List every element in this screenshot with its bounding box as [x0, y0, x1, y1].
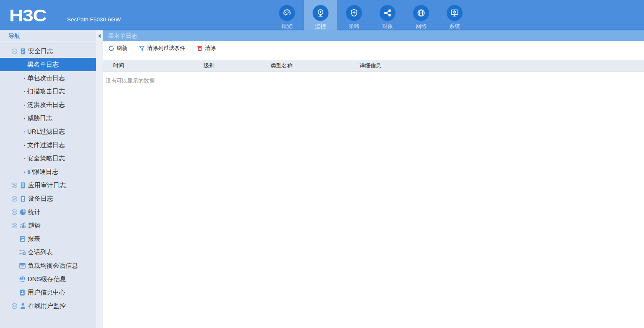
sidebar-item-label: 设备日志: [28, 195, 53, 203]
audit-log-icon: [19, 182, 26, 189]
tab-policy[interactable]: 策略: [337, 0, 371, 30]
tab-label: 对象: [382, 23, 393, 30]
sidebar-title: 导航: [0, 30, 96, 41]
clear-column-filters-button[interactable]: 清除列过滤条件: [137, 44, 187, 52]
sidebar: 导航 安全日志 · 黑名单日志: [0, 30, 96, 328]
tab-monitor[interactable]: 监控: [304, 0, 337, 30]
top-banner: H3C SecPath F5030-6GW 概览: [0, 0, 644, 30]
tab-label: 概览: [282, 23, 292, 30]
sidebar-item-label: 单包攻击日志: [27, 74, 65, 82]
sidebar-item-blacklist-log[interactable]: · 黑名单日志: [0, 58, 96, 71]
sidebar-item-label: IP限速日志: [27, 168, 58, 176]
refresh-button[interactable]: 刷新: [106, 44, 129, 52]
collapse-left-icon[interactable]: [98, 34, 101, 38]
refresh-icon: [108, 45, 114, 52]
share-nodes-icon: [380, 5, 396, 21]
tab-network[interactable]: 网络: [404, 0, 438, 30]
bullet-icon: ·: [23, 168, 27, 176]
sidebar-item-label: 负载均衡会话信息: [28, 262, 78, 270]
sidebar-item-label: 安全日志: [28, 47, 53, 55]
chevron-down-circle-icon[interactable]: [11, 48, 18, 54]
sidebar-item-threat-log[interactable]: · 威胁日志: [0, 111, 96, 125]
column-header-type-name[interactable]: 类型名称: [261, 62, 349, 70]
globe-icon: [413, 5, 429, 21]
load-balance-icon: [19, 262, 26, 269]
sidebar-collapse-strip[interactable]: [96, 30, 103, 328]
sidebar-item-label: 会话列表: [28, 248, 53, 256]
sidebar-item-security-policy-log[interactable]: · 安全策略日志: [0, 152, 96, 165]
sidebar-item-label: 趋势: [28, 222, 41, 230]
chevrons-right-circle-icon[interactable]: [11, 182, 18, 189]
clear-button[interactable]: 清除: [195, 44, 217, 52]
bullet-icon: ·: [23, 115, 27, 122]
sidebar-item-file-filter-log[interactable]: · 文件过滤日志: [0, 138, 96, 152]
sidebar-item-session-list[interactable]: 会话列表: [0, 245, 96, 259]
chevrons-right-circle-icon[interactable]: [11, 209, 18, 215]
toolbar: 刷新 清除列过滤条件: [103, 41, 644, 55]
toolbar-separator: [191, 45, 191, 51]
sidebar-item-label: 报表: [28, 235, 40, 243]
tab-label: 策略: [349, 23, 360, 30]
main-content: 黑名单日志 刷新 清除列过滤条件: [103, 30, 644, 328]
breadcrumb: 黑名单日志: [103, 30, 644, 41]
tab-label: 网络: [416, 23, 427, 30]
sidebar-item-load-balance-session-info[interactable]: 负载均衡会话信息: [0, 259, 96, 272]
user-info-icon: [19, 289, 26, 296]
sidebar-item-label: 安全策略日志: [27, 155, 65, 163]
sidebar-item-label: DNS缓存信息: [28, 275, 66, 283]
nav-tree: 安全日志 · 黑名单日志 · 单包攻击日志 · 扫描攻击日志 · 泛洪攻击日志 …: [0, 41, 96, 313]
sidebar-item-dns-cache-info[interactable]: DNS缓存信息: [0, 272, 96, 286]
column-header-level[interactable]: 级别: [194, 62, 261, 70]
filter-funnel-icon: [139, 45, 145, 52]
clear-label: 清除: [205, 44, 216, 52]
sidebar-item-trends[interactable]: 趋势: [0, 219, 96, 232]
pie-chart-icon: [19, 209, 26, 216]
sidebar-item-app-audit-log[interactable]: 应用审计日志: [0, 178, 96, 192]
sidebar-item-single-packet-attack-log[interactable]: · 单包攻击日志: [0, 71, 96, 85]
bullet-icon: ·: [23, 142, 27, 149]
sidebar-item-label: 在线用户监控: [28, 302, 66, 310]
gauge-icon: [279, 5, 295, 21]
tab-label: 系统: [449, 23, 460, 30]
sidebar-item-statistics[interactable]: 统计: [0, 205, 96, 219]
sidebar-item-device-log[interactable]: 设备日志: [0, 192, 96, 205]
bullet-icon: ·: [23, 155, 27, 162]
sidebar-item-security-log[interactable]: 安全日志: [0, 44, 96, 58]
sidebar-item-label: 文件过滤日志: [27, 141, 65, 149]
sidebar-item-reports[interactable]: 报表: [0, 232, 96, 245]
dns-globe-icon: [19, 276, 26, 283]
refresh-label: 刷新: [116, 44, 127, 52]
chevrons-right-circle-icon[interactable]: [11, 222, 18, 229]
device-log-icon: [19, 195, 26, 202]
device-model: SecPath F5030-6GW: [67, 16, 121, 23]
trash-icon: [197, 45, 203, 52]
trend-chart-icon: [19, 222, 26, 229]
webcam-icon: [313, 5, 328, 21]
sidebar-item-label: 黑名单日志: [27, 61, 59, 69]
tab-objects[interactable]: 对象: [371, 0, 404, 30]
sidebar-item-user-info-center[interactable]: 用户信息中心: [0, 286, 96, 299]
clear-column-filters-label: 清除列过滤条件: [147, 44, 185, 52]
column-header-details[interactable]: 详细信息: [349, 62, 644, 70]
sidebar-item-scan-attack-log[interactable]: · 扫描攻击日志: [0, 85, 96, 98]
sidebar-item-flood-attack-log[interactable]: · 泛洪攻击日志: [0, 98, 96, 111]
tab-overview[interactable]: 概览: [270, 0, 304, 30]
tab-system[interactable]: 系统: [438, 0, 471, 30]
sidebar-item-label: 威胁日志: [27, 114, 52, 122]
bullet-icon: ·: [23, 101, 27, 108]
column-header-time[interactable]: 时间: [103, 62, 194, 70]
sidebar-item-url-filter-log[interactable]: · URL过滤日志: [0, 125, 96, 138]
sidebar-item-ip-rate-limit-log[interactable]: · IP限速日志: [0, 165, 96, 178]
sidebar-item-label: 用户信息中心: [28, 289, 65, 297]
chevrons-right-circle-icon[interactable]: [11, 303, 18, 309]
sidebar-item-online-user-monitor[interactable]: 在线用户监控: [0, 299, 96, 313]
sidebar-item-label: 扫描攻击日志: [27, 88, 65, 96]
shield-plus-icon: [346, 5, 362, 21]
online-user-icon: [19, 302, 26, 310]
bullet-icon: ·: [23, 128, 27, 135]
security-log-icon: [19, 48, 26, 55]
tab-label: 监控: [315, 23, 326, 30]
sidebar-item-label: 泛洪攻击日志: [27, 101, 65, 109]
empty-state-text: 没有可以显示的数据: [103, 72, 644, 85]
chevrons-right-circle-icon[interactable]: [11, 196, 18, 202]
